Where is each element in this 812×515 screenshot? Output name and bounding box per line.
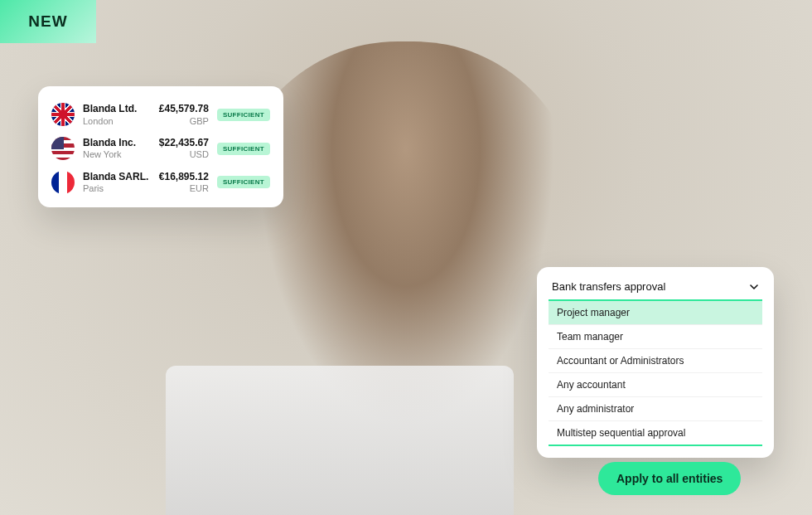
entity-currency: USD (159, 149, 209, 160)
entity-amount-column: £45,579.78 GBP (159, 103, 209, 127)
new-badge-label: NEW (28, 12, 67, 31)
dropdown-option[interactable]: Accountant or Administrators (549, 349, 762, 373)
entity-name-column: Blanda SARL. Paris (83, 171, 151, 195)
entity-name: Blanda SARL. (83, 171, 151, 184)
dropdown-option[interactable]: Project manager (549, 301, 762, 325)
entity-balances-card: Blanda Ltd. London £45,579.78 GBP SUFFIC… (38, 86, 283, 207)
entity-amount-column: €16,895.12 EUR (159, 171, 209, 195)
dropdown-option[interactable]: Team manager (549, 325, 762, 349)
status-badge: SUFFICIENT (217, 143, 270, 155)
entity-currency: GBP (159, 116, 209, 127)
dropdown-option[interactable]: Multistep sequential approval (549, 421, 762, 445)
flag-fr-icon (51, 171, 75, 194)
flag-uk-icon (51, 103, 75, 126)
entity-amount-column: $22,435.67 USD (159, 137, 209, 161)
entity-row: Blanda Inc. New York $22,435.67 USD SUFF… (51, 132, 270, 166)
entity-name-column: Blanda Inc. New York (83, 137, 151, 161)
approval-dropdown-card: Bank transfers approval Project manager … (537, 267, 774, 458)
dropdown-option[interactable]: Any administrator (549, 397, 762, 421)
entity-name: Blanda Ltd. (83, 103, 151, 116)
entity-amount: $22,435.67 (159, 137, 209, 150)
entity-name-column: Blanda Ltd. London (83, 103, 151, 127)
dropdown-toggle[interactable]: Bank transfers approval (549, 280, 762, 299)
entity-amount: €16,895.12 (159, 171, 209, 184)
entity-name: Blanda Inc. (83, 137, 151, 150)
entity-city: Paris (83, 183, 151, 194)
entity-city: New York (83, 149, 151, 160)
dropdown-option-list: Project manager Team manager Accountant … (549, 299, 762, 446)
dropdown-label: Bank transfers approval (552, 280, 665, 293)
status-badge: SUFFICIENT (217, 109, 270, 121)
entity-city: London (83, 116, 151, 127)
dropdown-option[interactable]: Any accountant (549, 373, 762, 397)
new-badge: NEW (0, 0, 96, 43)
background-laptop (166, 366, 514, 515)
entity-amount: £45,579.78 (159, 103, 209, 116)
entity-row: Blanda Ltd. London £45,579.78 GBP SUFFIC… (51, 98, 270, 132)
entity-row: Blanda SARL. Paris €16,895.12 EUR SUFFIC… (51, 166, 270, 200)
status-badge: SUFFICIENT (217, 176, 270, 188)
flag-us-icon (51, 137, 75, 160)
entity-currency: EUR (159, 183, 209, 194)
apply-to-all-button[interactable]: Apply to all entities (598, 462, 741, 495)
chevron-down-icon (749, 282, 759, 292)
